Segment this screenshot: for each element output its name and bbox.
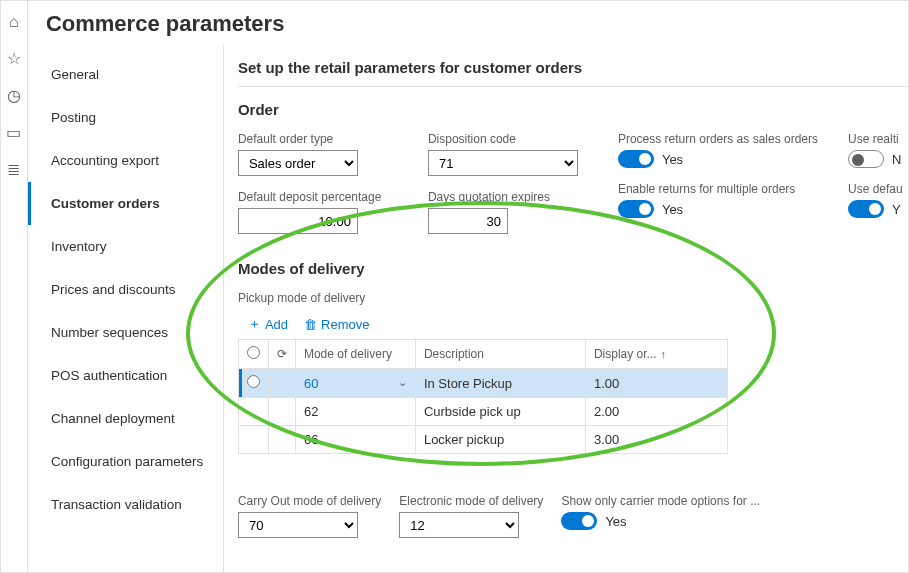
sidenav-item-configuration-parameters[interactable]: Configuration parameters (28, 440, 223, 483)
mode-col-header[interactable]: Mode of delivery (295, 340, 415, 369)
row-radio[interactable] (247, 375, 260, 388)
default-deposit-pct-input[interactable] (238, 208, 358, 234)
show-only-carrier-field: Show only carrier mode options for ... Y… (561, 494, 760, 538)
refresh-icon: ⟳ (277, 347, 287, 361)
show-only-carrier-value: Yes (605, 514, 626, 529)
default-order-type-field: Default order type Sales order (238, 132, 398, 176)
display-col-header[interactable]: Display or...↑ (585, 340, 727, 369)
use-realtime-toggle[interactable] (848, 150, 884, 168)
enable-returns-value: Yes (662, 202, 683, 217)
display-cell: 3.00 (585, 426, 727, 454)
select-col-header[interactable] (238, 340, 268, 369)
days-quotation-expires-field: Days quotation expires (428, 190, 588, 234)
sidenav-item-posting[interactable]: Posting (28, 96, 223, 139)
trash-icon: 🗑 (304, 317, 317, 332)
use-default-toggle[interactable] (848, 200, 884, 218)
mode-cell[interactable]: 66 (295, 426, 415, 454)
use-default-value: Y (892, 202, 901, 217)
divider (238, 86, 908, 87)
table-row[interactable]: 60⌄ In Store Pickup 1.00 (238, 369, 727, 398)
plus-icon: ＋ (248, 315, 261, 333)
add-button[interactable]: ＋Add (248, 315, 288, 333)
default-order-type-select[interactable]: Sales order (238, 150, 358, 176)
table-row[interactable]: 62 Curbside pick up 2.00 (238, 398, 727, 426)
chevron-down-icon: ⌄ (398, 376, 407, 389)
pickup-modes-grid: ⟳ Mode of delivery Description Display o… (238, 339, 728, 454)
default-deposit-pct-field: Default deposit percentage (238, 190, 398, 234)
show-only-carrier-toggle[interactable] (561, 512, 597, 530)
enable-returns-label: Enable returns for multiple orders (618, 182, 818, 196)
process-return-value: Yes (662, 152, 683, 167)
electronic-field: Electronic mode of delivery 12 (399, 494, 543, 538)
carry-out-label: Carry Out mode of delivery (238, 494, 381, 508)
bottom-fields-row: Carry Out mode of delivery 70 Electronic… (238, 494, 908, 538)
clock-icon[interactable]: ◷ (7, 86, 21, 105)
desc-cell: Locker pickup (415, 426, 585, 454)
default-order-type-label: Default order type (238, 132, 398, 146)
days-quotation-expires-input[interactable] (428, 208, 508, 234)
sidenav-item-general[interactable]: General (28, 53, 223, 96)
sidenav-item-transaction-validation[interactable]: Transaction validation (28, 483, 223, 526)
process-return-toggle[interactable] (618, 150, 654, 168)
use-realtime-field: Use realti N (848, 132, 908, 168)
home-icon[interactable]: ⌂ (9, 13, 19, 31)
disposition-code-select[interactable]: 71 (428, 150, 578, 176)
desc-col-header[interactable]: Description (415, 340, 585, 369)
sidenav-item-inventory[interactable]: Inventory (28, 225, 223, 268)
days-quotation-expires-label: Days quotation expires (428, 190, 588, 204)
content-pane: Set up the retail parameters for custome… (223, 45, 908, 572)
list-icon[interactable]: ≣ (7, 160, 20, 179)
sidenav-item-accounting-export[interactable]: Accounting export (28, 139, 223, 182)
desc-cell: Curbside pick up (415, 398, 585, 426)
main-area: Commerce parameters General Posting Acco… (28, 1, 908, 572)
sidenav-item-number-sequences[interactable]: Number sequences (28, 311, 223, 354)
grid-commands: ＋Add 🗑Remove (238, 311, 908, 339)
mode-cell[interactable]: 62 (295, 398, 415, 426)
left-icon-bar: ⌂ ☆ ◷ ▭ ≣ (1, 1, 28, 572)
use-default-label: Use defau (848, 182, 908, 196)
display-cell: 2.00 (585, 398, 727, 426)
order-fields-row: Default order type Sales order Default d… (238, 132, 908, 234)
default-deposit-pct-label: Default deposit percentage (238, 190, 398, 204)
remove-button[interactable]: 🗑Remove (304, 315, 369, 333)
page-title: Commerce parameters (28, 1, 908, 45)
carry-out-select[interactable]: 70 (238, 512, 358, 538)
star-icon[interactable]: ☆ (7, 49, 21, 68)
side-nav: General Posting Accounting export Custom… (28, 45, 223, 572)
window-icon[interactable]: ▭ (6, 123, 21, 142)
sidenav-item-prices-discounts[interactable]: Prices and discounts (28, 268, 223, 311)
pane-heading: Set up the retail parameters for custome… (238, 59, 908, 76)
modes-section-title: Modes of delivery (238, 260, 908, 277)
use-default-field: Use defau Y (848, 182, 908, 218)
pickup-mode-label: Pickup mode of delivery (238, 291, 908, 305)
enable-returns-field: Enable returns for multiple orders Yes (618, 182, 818, 218)
process-return-label: Process return orders as sales orders (618, 132, 818, 146)
select-all-radio[interactable] (247, 346, 260, 359)
use-realtime-label: Use realti (848, 132, 908, 146)
order-section-title: Order (238, 101, 908, 118)
desc-cell: In Store Pickup (415, 369, 585, 398)
carry-out-field: Carry Out mode of delivery 70 (238, 494, 381, 538)
display-cell: 1.00 (585, 369, 727, 398)
disposition-code-label: Disposition code (428, 132, 588, 146)
show-only-carrier-label: Show only carrier mode options for ... (561, 494, 760, 508)
sidenav-item-channel-deployment[interactable]: Channel deployment (28, 397, 223, 440)
sidenav-item-pos-authentication[interactable]: POS authentication (28, 354, 223, 397)
enable-returns-toggle[interactable] (618, 200, 654, 218)
sort-asc-icon: ↑ (661, 348, 667, 360)
mode-cell[interactable]: 60⌄ (295, 369, 415, 398)
refresh-col-header[interactable]: ⟳ (268, 340, 295, 369)
table-row[interactable]: 66 Locker pickup 3.00 (238, 426, 727, 454)
electronic-label: Electronic mode of delivery (399, 494, 543, 508)
process-return-field: Process return orders as sales orders Ye… (618, 132, 818, 168)
electronic-select[interactable]: 12 (399, 512, 519, 538)
disposition-code-field: Disposition code 71 (428, 132, 588, 176)
sidenav-item-customer-orders[interactable]: Customer orders (28, 182, 223, 225)
use-realtime-value: N (892, 152, 901, 167)
